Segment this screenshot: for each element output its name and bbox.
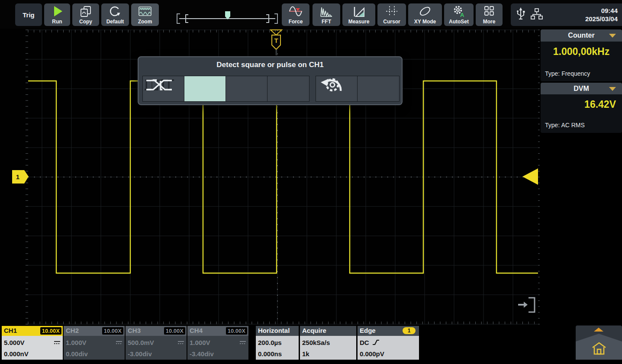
channel4-panel[interactable]: CH4 10.00X 1.000V -3.40div: [187, 326, 248, 360]
square-wave-button[interactable]: [184, 76, 226, 101]
xy-mode-button[interactable]: XY Mode: [408, 3, 442, 26]
channel1-marker-label: 1: [16, 173, 19, 180]
channel1-probe-badge: 10.00X: [40, 327, 61, 335]
lan-icon: [530, 7, 544, 23]
measure-button[interactable]: Measure: [342, 3, 375, 26]
channel4-name: CH4: [190, 327, 203, 334]
dvm-type: Type: AC RMS: [545, 122, 585, 129]
channel1-offset: 0.000nV: [4, 350, 29, 358]
falling-ramp-button[interactable]: [267, 76, 309, 101]
dvm-header[interactable]: DVM: [541, 83, 622, 94]
collapse-up-icon[interactable]: [594, 328, 603, 332]
channel4-offset: -3.40div: [190, 350, 214, 358]
trigger-marker-label: T: [274, 37, 278, 44]
trigger-position-marker[interactable]: T: [271, 30, 282, 55]
status-box: 09:44 2025/03/04: [511, 3, 622, 26]
channel1-level-marker[interactable]: 1: [12, 170, 29, 184]
channel3-name: CH3: [128, 327, 141, 334]
copy-label: Copy: [79, 19, 92, 25]
counter-title: Counter: [568, 32, 594, 39]
usb-icon: [515, 7, 526, 23]
horizontal-panel[interactable]: Horizontal 200.0µs 0.000ns: [256, 326, 299, 360]
toolbar: Trig Run Copy: [0, 0, 622, 29]
settings-gear-button[interactable]: [358, 76, 399, 101]
dc-coupling-icon: [177, 340, 184, 345]
xy-mode-icon: [408, 3, 442, 19]
channel1-panel[interactable]: CH1 10.00X 5.000V 0.000nV: [2, 326, 63, 360]
dc-coupling-icon: [116, 340, 122, 345]
trig-label: Trig: [23, 12, 35, 18]
channel4-scale: 1.000V: [190, 339, 210, 346]
clock-date: 2025/03/04: [585, 15, 618, 23]
force-button[interactable]: Force: [282, 3, 309, 26]
dvm-body: 16.42V Type: AC RMS: [541, 94, 622, 133]
channel3-scale: 500.0mV: [128, 339, 154, 346]
wave-type-group: [142, 76, 309, 102]
dialog-action-group: [316, 76, 400, 102]
force-trigger-icon: [282, 3, 309, 19]
edge-trigger-panel[interactable]: Edge 1 DC 0.000pV: [358, 326, 419, 360]
cursor-label: Cursor: [383, 19, 400, 25]
acquire-memdepth: 1k: [302, 350, 309, 358]
zoom-button[interactable]: Zoom: [131, 3, 159, 26]
channel3-panel[interactable]: CH3 10.00X 500.0mV -3.00div: [126, 326, 187, 360]
clock-time: 09:44: [585, 6, 618, 15]
cursor-button[interactable]: Cursor: [377, 3, 406, 26]
counter-body: 1.000,00kHz Type: Frequency: [541, 42, 622, 81]
dc-coupling-icon: [54, 340, 61, 345]
autoset-gear-icon: A: [444, 3, 474, 19]
run-label: Run: [52, 19, 62, 25]
expand-menu-icon[interactable]: [518, 298, 535, 312]
channel2-name: CH2: [66, 327, 79, 334]
trigger-level-marker[interactable]: [522, 168, 538, 185]
copy-icon: [72, 3, 99, 19]
measure-label: Measure: [348, 19, 370, 25]
chevron-down-icon: [609, 87, 616, 91]
counter-panel: Counter 1.000,00kHz Type: Frequency: [541, 29, 622, 81]
rising-ramp-button[interactable]: [226, 76, 267, 101]
acquire-title: Acquire: [302, 327, 326, 334]
force-label: Force: [289, 19, 303, 25]
fft-button[interactable]: FFT: [313, 3, 340, 26]
run-play-icon: [44, 3, 70, 19]
counter-type: Type: Frequency: [545, 70, 590, 77]
channel3-offset: -3.00div: [128, 350, 152, 358]
edge-level: 0.000pV: [360, 350, 384, 358]
horizontal-title: Horizontal: [258, 327, 290, 334]
channel2-probe-badge: 10.00X: [102, 327, 123, 335]
run-button[interactable]: Run: [44, 3, 70, 26]
dialog-title: Detect square or pulse on CH1: [139, 61, 402, 69]
svg-text:A: A: [460, 12, 464, 18]
home-icon[interactable]: [591, 341, 607, 358]
more-button[interactable]: More: [476, 3, 503, 26]
channel3-probe-badge: 10.00X: [164, 327, 185, 335]
trig-button[interactable]: Trig: [15, 3, 42, 26]
edge-source-badge: 1: [403, 327, 416, 334]
edge-title: Edge: [360, 327, 376, 334]
clock: 09:44 2025/03/04: [585, 6, 618, 23]
more-label: More: [483, 19, 496, 25]
zoom-label: Zoom: [138, 19, 152, 25]
scope-display: T 1 Detect square or pulse on CH1: [0, 29, 540, 325]
dvm-title: DVM: [574, 85, 589, 93]
default-reset-icon: [101, 3, 129, 19]
acquire-samplerate: 250kSa/s: [302, 339, 330, 346]
counter-header[interactable]: Counter: [541, 29, 622, 42]
dc-coupling-icon: [239, 340, 246, 345]
default-label: Default: [106, 19, 124, 25]
channel2-scale: 1.000V: [66, 339, 87, 346]
channel2-panel[interactable]: CH2 10.00X 1.000V 0.00div: [64, 326, 125, 360]
edge-coupling: DC: [360, 339, 369, 346]
acquire-panel[interactable]: Acquire 250kSa/s 1k: [300, 326, 356, 360]
autoset-button[interactable]: A AutoSet: [444, 3, 474, 26]
oscilloscope-app: Trig Run Copy: [0, 0, 622, 364]
autoset-label: AutoSet: [449, 19, 469, 25]
counter-value: 1.000,00kHz: [541, 42, 622, 58]
copy-button[interactable]: Copy: [72, 3, 99, 26]
detect-wave-dialog: Detect square or pulse on CH1: [138, 56, 403, 105]
home-tab[interactable]: [576, 325, 622, 360]
trigger-position-slider[interactable]: [174, 3, 280, 26]
fft-label: FFT: [322, 19, 331, 25]
default-button[interactable]: Default: [101, 3, 129, 26]
rising-edge-icon: [372, 339, 380, 346]
